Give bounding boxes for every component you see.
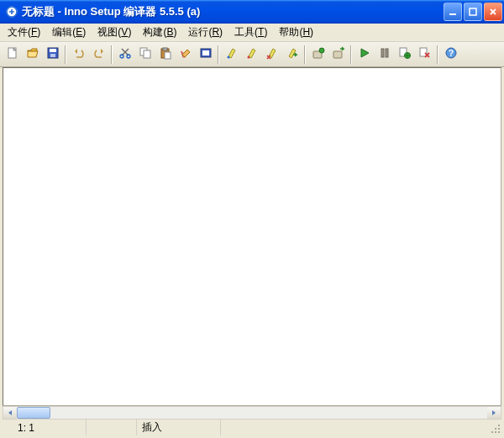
run-button[interactable] bbox=[354, 45, 374, 64]
scroll-left-button[interactable] bbox=[3, 407, 17, 419]
maximize-button[interactable] bbox=[464, 3, 482, 21]
svg-rect-20 bbox=[333, 51, 342, 58]
compile-icon bbox=[312, 46, 325, 62]
menu-bar: 文件(F) 编辑(E) 视图(V) 构建(B) 运行(R) 工具(T) 帮助(H… bbox=[0, 24, 504, 42]
marker-set-button[interactable] bbox=[222, 45, 241, 64]
save-icon bbox=[46, 46, 60, 62]
undo-button[interactable] bbox=[69, 45, 88, 64]
svg-rect-5 bbox=[50, 49, 56, 52]
svg-rect-1 bbox=[449, 13, 456, 15]
svg-rect-33 bbox=[498, 431, 500, 433]
stop-button[interactable] bbox=[415, 45, 434, 64]
svg-point-16 bbox=[227, 56, 229, 59]
scroll-track[interactable] bbox=[17, 407, 487, 419]
delete-button[interactable] bbox=[176, 45, 195, 64]
svg-rect-15 bbox=[202, 50, 209, 55]
toolbar-separator bbox=[304, 45, 306, 64]
app-icon bbox=[5, 5, 18, 18]
marker-goto-icon bbox=[286, 46, 299, 62]
run-icon bbox=[358, 46, 371, 62]
cut-button[interactable] bbox=[115, 45, 134, 64]
copy-icon bbox=[139, 46, 152, 62]
find-icon bbox=[199, 46, 213, 62]
scroll-thumb[interactable] bbox=[17, 407, 50, 419]
help-icon: ? bbox=[444, 46, 458, 62]
menu-tools[interactable]: 工具(T) bbox=[228, 24, 273, 41]
svg-rect-28 bbox=[498, 425, 500, 426]
paste-icon bbox=[159, 46, 172, 62]
copy-button[interactable] bbox=[135, 45, 155, 64]
marker-clear-button[interactable] bbox=[262, 45, 281, 64]
menu-help[interactable]: 帮助(H) bbox=[273, 24, 319, 41]
title-bar: 无标题 - Inno Setup 编译器 5.5.5 (a) bbox=[0, 0, 504, 24]
minimize-button[interactable] bbox=[444, 3, 462, 21]
window-title: 无标题 - Inno Setup 编译器 5.5.5 (a) bbox=[22, 4, 444, 19]
svg-point-17 bbox=[247, 56, 249, 59]
compile-all-button[interactable] bbox=[328, 45, 348, 64]
marker-goto-button[interactable] bbox=[282, 45, 302, 64]
paste-button[interactable] bbox=[155, 45, 175, 64]
compile-button[interactable] bbox=[308, 45, 328, 64]
svg-rect-29 bbox=[495, 428, 496, 430]
menu-run[interactable]: 运行(R) bbox=[182, 24, 228, 41]
svg-rect-22 bbox=[386, 49, 388, 57]
menu-edit[interactable]: 编辑(E) bbox=[46, 24, 92, 41]
delete-icon bbox=[179, 46, 192, 62]
menu-file[interactable]: 文件(F) bbox=[2, 24, 46, 41]
svg-rect-30 bbox=[498, 428, 500, 430]
svg-rect-10 bbox=[144, 50, 150, 58]
stop-icon bbox=[418, 46, 432, 62]
status-position: 1: 1 bbox=[3, 420, 87, 435]
scroll-right-button[interactable] bbox=[487, 407, 501, 419]
menu-build[interactable]: 构建(B) bbox=[137, 24, 182, 41]
toolbar: ? bbox=[0, 42, 504, 67]
svg-point-8 bbox=[127, 55, 130, 58]
horizontal-scrollbar[interactable] bbox=[3, 406, 501, 420]
marker-delete-button[interactable] bbox=[242, 45, 261, 64]
open-button[interactable] bbox=[23, 45, 42, 64]
svg-rect-21 bbox=[381, 49, 384, 57]
pause-icon bbox=[378, 46, 391, 62]
toolbar-separator bbox=[111, 45, 113, 64]
svg-text:?: ? bbox=[448, 49, 453, 58]
open-icon bbox=[26, 46, 39, 62]
marker-red-icon bbox=[245, 46, 259, 62]
svg-rect-13 bbox=[165, 52, 171, 59]
window-controls bbox=[444, 3, 502, 21]
svg-rect-2 bbox=[470, 8, 476, 15]
toolbar-separator bbox=[218, 45, 219, 64]
svg-rect-25 bbox=[420, 48, 427, 56]
svg-point-7 bbox=[120, 55, 123, 58]
svg-rect-31 bbox=[491, 431, 493, 433]
marker-clear-icon bbox=[265, 46, 279, 62]
options-icon bbox=[398, 46, 412, 62]
menu-view[interactable]: 视图(V) bbox=[92, 24, 137, 41]
editor-area[interactable] bbox=[3, 67, 501, 406]
compile-all-icon bbox=[332, 46, 345, 62]
redo-button[interactable] bbox=[89, 45, 108, 64]
svg-rect-6 bbox=[50, 54, 55, 57]
toolbar-separator bbox=[350, 45, 352, 64]
new-icon bbox=[6, 46, 19, 62]
marker-blue-icon bbox=[225, 46, 239, 62]
toolbar-separator bbox=[65, 45, 66, 64]
new-button[interactable] bbox=[3, 45, 22, 64]
options-button[interactable] bbox=[395, 45, 414, 64]
resize-grip-icon[interactable] bbox=[488, 421, 501, 435]
svg-point-19 bbox=[319, 48, 324, 53]
help-button[interactable]: ? bbox=[441, 45, 460, 64]
status-bar: 1: 1 插入 bbox=[3, 420, 501, 435]
toolbar-separator bbox=[437, 45, 438, 64]
svg-rect-12 bbox=[163, 48, 167, 50]
close-button[interactable] bbox=[484, 3, 502, 21]
cut-icon bbox=[118, 46, 132, 62]
find-button[interactable] bbox=[196, 45, 215, 64]
pause-button[interactable] bbox=[375, 45, 394, 64]
status-message bbox=[221, 420, 488, 435]
undo-icon bbox=[72, 46, 86, 62]
status-insert-mode: 插入 bbox=[137, 420, 221, 435]
svg-rect-32 bbox=[495, 431, 496, 433]
redo-icon bbox=[92, 46, 106, 62]
save-button[interactable] bbox=[43, 45, 62, 64]
status-modified bbox=[87, 420, 137, 435]
